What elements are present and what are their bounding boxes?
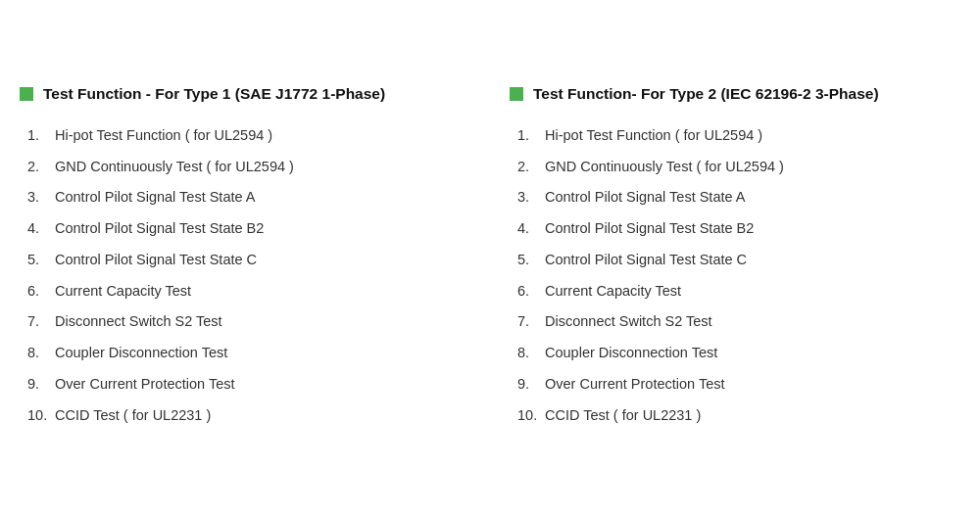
list-item: 9.Over Current Protection Test bbox=[20, 369, 470, 400]
column-type2: Test Function- For Type 2 (IEC 62196-2 3… bbox=[510, 85, 960, 432]
test-list-type1: 1.Hi-pot Test Function ( for UL2594 )2.G… bbox=[20, 120, 470, 432]
list-item-number: 5. bbox=[517, 250, 545, 271]
list-item: 7.Disconnect Switch S2 Test bbox=[510, 306, 960, 338]
list-item-label: GND Continuously Test ( for UL2594 ) bbox=[545, 157, 960, 178]
list-item-label: Coupler Disconnection Test bbox=[545, 343, 960, 364]
list-item: 4.Control Pilot Signal Test State B2 bbox=[510, 213, 960, 245]
list-item: 2.GND Continuously Test ( for UL2594 ) bbox=[510, 152, 960, 183]
list-item: 5.Control Pilot Signal Test State C bbox=[20, 245, 470, 276]
list-item-number: 8. bbox=[517, 343, 545, 364]
title-square-icon bbox=[20, 87, 33, 101]
column-title-type1: Test Function - For Type 1 (SAE J1772 1-… bbox=[20, 85, 470, 103]
list-item-number: 1. bbox=[517, 125, 545, 147]
list-item-label: GND Continuously Test ( for UL2594 ) bbox=[55, 157, 470, 178]
list-item-label: Control Pilot Signal Test State A bbox=[55, 187, 470, 209]
list-item-number: 7. bbox=[27, 311, 55, 333]
title-square-icon bbox=[510, 87, 523, 101]
list-item: 9.Over Current Protection Test bbox=[510, 369, 960, 400]
list-item-number: 4. bbox=[517, 218, 545, 240]
list-item-label: Disconnect Switch S2 Test bbox=[545, 311, 960, 333]
list-item-number: 9. bbox=[27, 374, 55, 396]
list-item-label: Coupler Disconnection Test bbox=[55, 343, 470, 364]
list-item-label: Control Pilot Signal Test State A bbox=[545, 187, 960, 209]
list-item-label: Over Current Protection Test bbox=[545, 374, 960, 396]
list-item-label: Current Capacity Test bbox=[545, 281, 960, 303]
list-item-label: Control Pilot Signal Test State B2 bbox=[55, 218, 470, 240]
page-container: Test Function - For Type 1 (SAE J1772 1-… bbox=[20, 56, 960, 461]
list-item: 10.CCID Test ( for UL2231 ) bbox=[20, 400, 470, 432]
list-item-label: Control Pilot Signal Test State C bbox=[545, 250, 960, 271]
column-title-text-type1: Test Function - For Type 1 (SAE J1772 1-… bbox=[43, 85, 385, 103]
list-item-number: 9. bbox=[517, 374, 545, 396]
list-item-label: Hi-pot Test Function ( for UL2594 ) bbox=[545, 125, 960, 147]
list-item-number: 8. bbox=[27, 343, 55, 364]
list-item-label: Over Current Protection Test bbox=[55, 374, 470, 396]
list-item-number: 4. bbox=[27, 218, 55, 240]
column-title-type2: Test Function- For Type 2 (IEC 62196-2 3… bbox=[510, 85, 960, 103]
list-item-number: 1. bbox=[27, 125, 55, 147]
column-title-text-type2: Test Function- For Type 2 (IEC 62196-2 3… bbox=[533, 85, 879, 103]
list-item-label: Disconnect Switch S2 Test bbox=[55, 311, 470, 333]
list-item-number: 10. bbox=[27, 405, 55, 427]
list-item: 3.Control Pilot Signal Test State A bbox=[510, 182, 960, 213]
list-item-label: CCID Test ( for UL2231 ) bbox=[55, 405, 470, 427]
list-item: 1.Hi-pot Test Function ( for UL2594 ) bbox=[510, 120, 960, 152]
list-item: 2.GND Continuously Test ( for UL2594 ) bbox=[20, 152, 470, 183]
list-item-label: Hi-pot Test Function ( for UL2594 ) bbox=[55, 125, 470, 147]
list-item-label: Control Pilot Signal Test State C bbox=[55, 250, 470, 271]
list-item: 7.Disconnect Switch S2 Test bbox=[20, 306, 470, 338]
list-item: 4.Control Pilot Signal Test State B2 bbox=[20, 213, 470, 245]
list-item-number: 10. bbox=[517, 405, 545, 427]
list-item-number: 2. bbox=[517, 157, 545, 178]
test-list-type2: 1.Hi-pot Test Function ( for UL2594 )2.G… bbox=[510, 120, 960, 432]
list-item: 8.Coupler Disconnection Test bbox=[20, 338, 470, 369]
list-item-number: 3. bbox=[517, 187, 545, 209]
list-item-label: CCID Test ( for UL2231 ) bbox=[545, 405, 960, 427]
list-item-number: 6. bbox=[517, 281, 545, 303]
list-item: 5.Control Pilot Signal Test State C bbox=[510, 245, 960, 276]
list-item: 1.Hi-pot Test Function ( for UL2594 ) bbox=[20, 120, 470, 152]
list-item: 3.Control Pilot Signal Test State A bbox=[20, 182, 470, 213]
list-item-number: 3. bbox=[27, 187, 55, 209]
list-item: 6.Current Capacity Test bbox=[20, 276, 470, 307]
list-item-number: 6. bbox=[27, 281, 55, 303]
list-item: 8.Coupler Disconnection Test bbox=[510, 338, 960, 369]
list-item-label: Control Pilot Signal Test State B2 bbox=[545, 218, 960, 240]
list-item: 6.Current Capacity Test bbox=[510, 276, 960, 307]
column-type1: Test Function - For Type 1 (SAE J1772 1-… bbox=[20, 85, 470, 432]
list-item-number: 7. bbox=[517, 311, 545, 333]
list-item-label: Current Capacity Test bbox=[55, 281, 470, 303]
list-item-number: 2. bbox=[27, 157, 55, 178]
list-item-number: 5. bbox=[27, 250, 55, 271]
list-item: 10.CCID Test ( for UL2231 ) bbox=[510, 400, 960, 432]
